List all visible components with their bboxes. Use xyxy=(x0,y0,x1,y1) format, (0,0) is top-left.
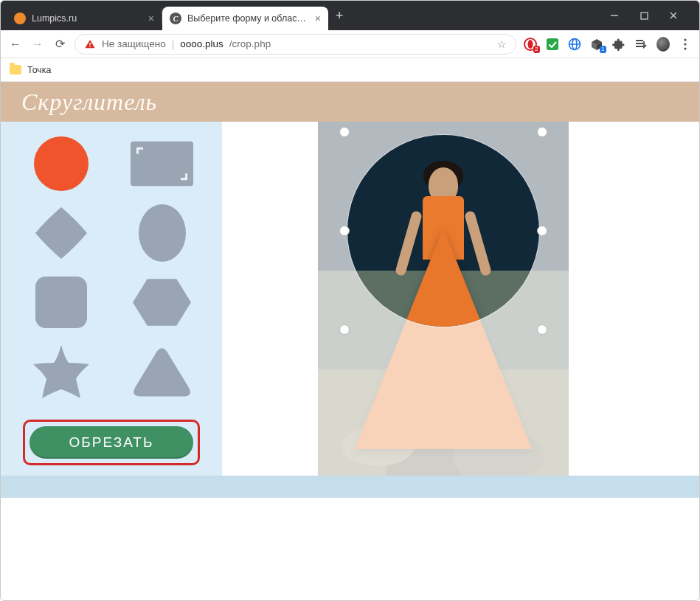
favicon-crop: C xyxy=(170,13,181,24)
crop-button-highlight: ОБРЕЗАТЬ xyxy=(23,420,200,465)
svg-rect-5 xyxy=(89,46,90,46)
folder-icon xyxy=(10,65,21,74)
extension-globe-icon[interactable] xyxy=(568,38,581,51)
handle-bottom-left[interactable] xyxy=(339,324,350,335)
workspace: ОБРЕЗАТЬ xyxy=(1,122,699,476)
tab-title: Lumpics.ru xyxy=(32,13,142,24)
bookmark-star-icon[interactable]: ☆ xyxy=(497,38,507,50)
address-bar: ← → ⟳ Не защищено | oooo.plus/crop.php ☆… xyxy=(1,30,699,58)
extension-box-icon[interactable]: 1 xyxy=(590,38,603,51)
crop-button[interactable]: ОБРЕЗАТЬ xyxy=(30,426,193,459)
shape-rounded-square[interactable] xyxy=(30,274,92,331)
insecure-label: Не защищено xyxy=(102,38,166,49)
svg-rect-21 xyxy=(35,277,87,328)
url-host: oooo.plus xyxy=(180,38,223,49)
profile-avatar[interactable] xyxy=(656,38,670,51)
badge: 2 xyxy=(533,46,540,53)
url-input[interactable]: Не защищено | oooo.plus/crop.php ☆ xyxy=(74,34,516,55)
tab-crop[interactable]: C Выберите форму и область для × xyxy=(162,7,328,30)
svg-rect-1 xyxy=(641,13,648,19)
extension-icons: 2 1 xyxy=(524,38,692,51)
shape-ellipse[interactable] xyxy=(131,204,193,262)
svg-point-17 xyxy=(684,47,686,49)
handle-mid-right[interactable] xyxy=(537,226,547,236)
close-icon[interactable] xyxy=(668,11,679,20)
bookmarks-bar: Точка xyxy=(1,58,699,82)
svg-point-20 xyxy=(139,204,186,262)
svg-point-15 xyxy=(684,38,686,41)
footer-strip xyxy=(1,476,699,498)
warning-icon xyxy=(84,38,96,50)
url-separator: | xyxy=(172,38,175,49)
shape-triangle[interactable] xyxy=(131,343,193,400)
svg-point-7 xyxy=(528,40,533,49)
svg-point-18 xyxy=(34,136,89,191)
window-controls xyxy=(609,1,693,30)
tab-title: Выберите форму и область для xyxy=(187,13,309,24)
stage-column xyxy=(222,122,699,476)
favicon-lumpics xyxy=(14,13,26,24)
svg-rect-8 xyxy=(547,38,558,50)
badge: 1 xyxy=(600,46,606,53)
handle-bottom-right[interactable] xyxy=(537,324,547,335)
app-header: Скруглитель xyxy=(1,82,699,122)
svg-point-16 xyxy=(684,43,686,45)
tab-lumpics[interactable]: Lumpics.ru × xyxy=(7,7,162,30)
maximize-icon[interactable] xyxy=(639,12,649,20)
extension-check-icon[interactable] xyxy=(546,38,559,51)
browser-tab-strip: Lumpics.ru × C Выберите форму и область … xyxy=(1,1,699,30)
close-icon[interactable]: × xyxy=(315,13,321,24)
minimize-icon[interactable] xyxy=(609,11,620,20)
bookmark-item[interactable]: Точка xyxy=(27,65,52,75)
url-path: /crop.php xyxy=(229,38,271,49)
crop-bounding-box[interactable] xyxy=(344,132,542,330)
shape-panel: ОБРЕЗАТЬ xyxy=(1,122,222,476)
new-tab-button[interactable]: + xyxy=(328,8,351,24)
app-root: Скруглитель xyxy=(1,82,699,498)
handle-top-left[interactable] xyxy=(339,127,350,137)
extensions-puzzle-icon[interactable] xyxy=(612,38,626,51)
app-logo: Скруглитель xyxy=(21,88,157,116)
close-icon[interactable]: × xyxy=(148,13,154,24)
back-button[interactable]: ← xyxy=(8,38,23,51)
shapes-grid xyxy=(23,135,200,400)
shape-hexagon[interactable] xyxy=(131,274,193,331)
handle-top-right[interactable] xyxy=(537,127,547,137)
shape-diamond[interactable] xyxy=(30,204,92,262)
svg-rect-4 xyxy=(89,43,90,45)
image-stage[interactable] xyxy=(318,122,569,476)
forward-button: → xyxy=(30,38,45,51)
kebab-menu-icon[interactable] xyxy=(679,38,692,51)
reading-list-icon[interactable] xyxy=(634,38,648,51)
reload-button[interactable]: ⟳ xyxy=(52,37,67,51)
shape-frame[interactable] xyxy=(131,135,193,192)
extension-opera-icon[interactable]: 2 xyxy=(524,38,537,51)
shape-circle[interactable] xyxy=(30,135,92,192)
shape-star[interactable] xyxy=(30,343,92,400)
handle-mid-left[interactable] xyxy=(339,226,350,236)
